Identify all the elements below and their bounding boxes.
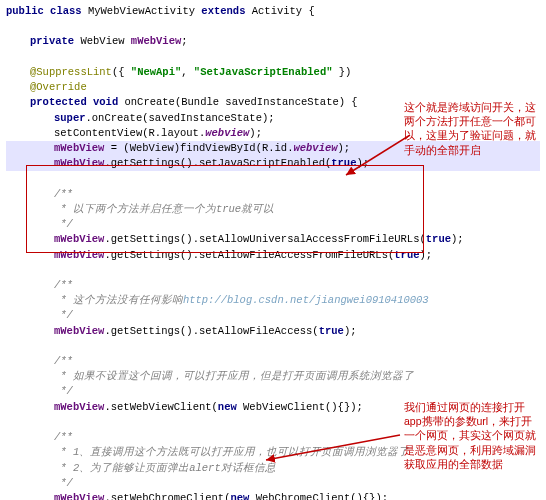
set-webchromeclient: mWebView.setWebChromeClient(new WebChrom…	[6, 491, 540, 500]
comment-open: /**	[6, 187, 540, 202]
allow-universal: mWebView.getSettings().setAllowUniversal…	[6, 232, 540, 247]
allow-fileaccess: mWebView.getSettings().setAllowFileAcces…	[6, 324, 540, 339]
annotation-malicious-url: 我们通过网页的连接打开app携带的参数url，来打开一个网页，其实这个网页就是恶…	[404, 400, 540, 471]
suppress-lint: @SuppressLint({ "NewApi", "SetJavaScript…	[6, 65, 540, 80]
comment-body: * 如果不设置这个回调，可以打开应用，但是打开页面调用系统浏览器了	[6, 369, 540, 384]
comment-open: /**	[6, 354, 540, 369]
comment-close: */	[6, 217, 540, 232]
blank	[6, 339, 540, 354]
override: @Override	[6, 80, 540, 95]
field-decl: private WebView mWebView;	[6, 34, 540, 49]
comment-open: /**	[6, 278, 540, 293]
blank	[6, 263, 540, 278]
comment-close: */	[6, 476, 540, 491]
comment-body: * 以下两个方法并启任意一个为true就可以	[6, 202, 540, 217]
comment-body: * 这个方法没有任何影响http://blog.csdn.net/jiangwe…	[6, 293, 540, 308]
blank	[6, 19, 540, 34]
comment-close: */	[6, 384, 540, 399]
annotation-crossdomain: 这个就是跨域访问开关，这两个方法打开任意一个都可以，这里为了验证问题，就手动的全…	[404, 100, 540, 157]
comment-close: */	[6, 308, 540, 323]
class-decl: public class MyWebViewActivity extends A…	[6, 4, 540, 19]
allow-fileurls: mWebView.getSettings().setAllowFileAcces…	[6, 248, 540, 263]
blank	[6, 171, 540, 186]
blank	[6, 50, 540, 65]
setjs: mWebView.getSettings().setJavaScriptEnab…	[6, 156, 540, 171]
